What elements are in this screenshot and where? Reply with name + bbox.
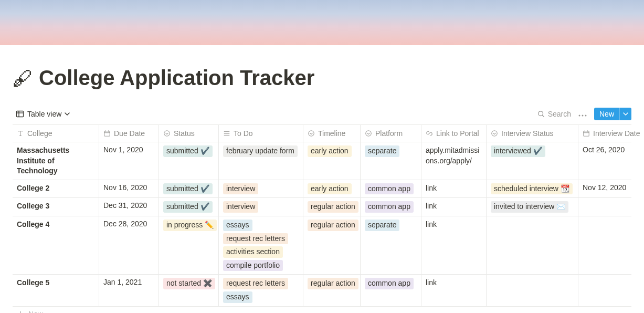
chevron-down-icon	[65, 111, 70, 117]
cell-interview-status[interactable]: invited to interview ✉️	[487, 198, 578, 216]
tag: in progress ✏️	[163, 220, 217, 231]
tag: common app	[365, 201, 414, 213]
add-row-button[interactable]: New	[13, 307, 631, 313]
tag: separate	[365, 220, 399, 231]
tag: common app	[365, 183, 414, 195]
view-switcher[interactable]: Table view	[13, 108, 73, 120]
svg-point-18	[492, 131, 498, 137]
plus-icon	[17, 310, 24, 313]
tag: early action	[308, 183, 352, 195]
cell-platform[interactable]: common app	[361, 198, 421, 216]
cell-interview-date[interactable]: Oct 26, 2020	[578, 142, 644, 180]
cell-timeline[interactable]: regular action	[303, 275, 361, 306]
cell-todo[interactable]: interview	[219, 180, 303, 198]
table-icon	[16, 110, 24, 118]
tag: submitted ✔️	[163, 145, 213, 157]
cell-link[interactable]: link	[421, 216, 487, 274]
cell-interview-status[interactable]: scheduled interview 📆	[487, 180, 578, 198]
cell-timeline[interactable]: early action	[303, 142, 361, 180]
cell-college[interactable]: College 2	[13, 180, 99, 198]
cell-due-date[interactable]: Nov 1, 2020	[99, 142, 159, 180]
new-button[interactable]: New	[594, 108, 619, 120]
page-title[interactable]: College Application Tracker	[39, 66, 314, 90]
svg-point-5	[578, 115, 580, 117]
column-header-todo[interactable]: To Do	[219, 125, 303, 142]
svg-rect-0	[17, 111, 24, 117]
cell-college[interactable]: College 3	[13, 198, 99, 216]
cell-due-date[interactable]: Jan 1, 2021	[99, 275, 159, 306]
svg-point-16	[309, 131, 314, 137]
column-header-timeline[interactable]: Timeline	[303, 125, 361, 142]
cell-platform[interactable]: separate	[361, 216, 421, 274]
cell-due-date[interactable]: Dec 31, 2020	[99, 198, 159, 216]
cell-link[interactable]: link	[421, 180, 487, 198]
tag: essays	[223, 291, 252, 303]
svg-point-12	[164, 131, 170, 137]
cell-interview-date[interactable]	[578, 216, 644, 274]
cell-todo[interactable]: february update form	[219, 142, 303, 180]
cell-todo[interactable]: essaysrequest rec lettersactivities sect…	[219, 216, 303, 274]
cell-college[interactable]: College 5	[13, 275, 99, 306]
cell-link[interactable]: link	[421, 198, 487, 216]
cell-interview-status[interactable]: interviewed ✔️	[487, 142, 578, 180]
cell-status[interactable]: in progress ✏️	[159, 216, 219, 274]
tag: submitted ✔️	[163, 183, 213, 195]
tag: activities section	[223, 246, 283, 258]
tag: submitted ✔️	[163, 201, 213, 213]
column-header-link[interactable]: Link to Portal	[421, 125, 487, 142]
add-row-label: New	[28, 310, 43, 313]
cell-status[interactable]: not started ✖️	[159, 275, 219, 306]
cell-status[interactable]: submitted ✔️	[159, 180, 219, 198]
cell-timeline[interactable]: regular action	[303, 198, 361, 216]
select-property-icon	[163, 130, 171, 137]
cell-due-date[interactable]: Nov 16, 2020	[99, 180, 159, 198]
tag: february update form	[223, 145, 298, 157]
more-options-button[interactable]	[576, 108, 589, 120]
cell-college[interactable]: College 4	[13, 216, 99, 274]
select-property-icon	[308, 130, 315, 137]
tag: interview	[223, 201, 258, 213]
column-header-status[interactable]: Status	[159, 125, 219, 142]
cell-due-date[interactable]: Dec 28, 2020	[99, 216, 159, 274]
tag: interview	[223, 183, 258, 195]
page-icon[interactable]: 🖋	[13, 68, 34, 89]
cell-interview-status[interactable]	[487, 216, 578, 274]
table-row: College 2Nov 16, 2020submitted ✔️intervi…	[13, 180, 631, 199]
svg-point-7	[585, 115, 586, 117]
cell-timeline[interactable]: regular action	[303, 216, 361, 274]
cell-platform[interactable]: separate	[361, 142, 421, 180]
cell-timeline[interactable]: early action	[303, 180, 361, 198]
cell-interview-date[interactable]: Nov 12, 2020	[578, 180, 644, 198]
column-header-due-date[interactable]: Due Date	[99, 125, 159, 142]
cell-college[interactable]: Massachusetts Institute of Technology	[13, 142, 99, 180]
dots-icon	[578, 109, 587, 118]
search-label: Search	[548, 110, 571, 118]
tag: compile portfolio	[223, 260, 283, 272]
tag: essays	[223, 220, 252, 231]
date-property-icon	[103, 130, 111, 137]
url-property-icon	[426, 130, 433, 137]
cell-status[interactable]: submitted ✔️	[159, 142, 219, 180]
cell-todo[interactable]: interview	[219, 198, 303, 216]
search-icon	[537, 110, 545, 118]
date-property-icon	[583, 130, 590, 137]
database-table: College Due Date Status To Do Timeline P…	[13, 124, 631, 313]
new-button-dropdown[interactable]	[619, 108, 631, 120]
tag: early action	[308, 145, 352, 157]
cell-todo[interactable]: request rec lettersessays	[219, 275, 303, 306]
cell-interview-status[interactable]	[487, 275, 578, 306]
cell-status[interactable]: submitted ✔️	[159, 198, 219, 216]
cell-platform[interactable]: common app	[361, 275, 421, 306]
cell-interview-date[interactable]	[578, 275, 644, 306]
tag: request rec letters	[223, 233, 288, 245]
column-header-interview-status[interactable]: Interview Status	[487, 125, 578, 142]
cell-platform[interactable]: common app	[361, 180, 421, 198]
cell-link[interactable]: apply.mitadmissions.org/apply/	[421, 142, 487, 180]
column-header-college[interactable]: College	[13, 125, 99, 142]
cell-interview-date[interactable]	[578, 198, 644, 216]
column-header-platform[interactable]: Platform	[361, 125, 421, 142]
column-header-interview-date[interactable]: Interview Date	[578, 125, 644, 142]
search-button[interactable]: Search	[537, 110, 571, 118]
cover-image	[0, 0, 644, 45]
cell-link[interactable]: link	[421, 275, 487, 306]
